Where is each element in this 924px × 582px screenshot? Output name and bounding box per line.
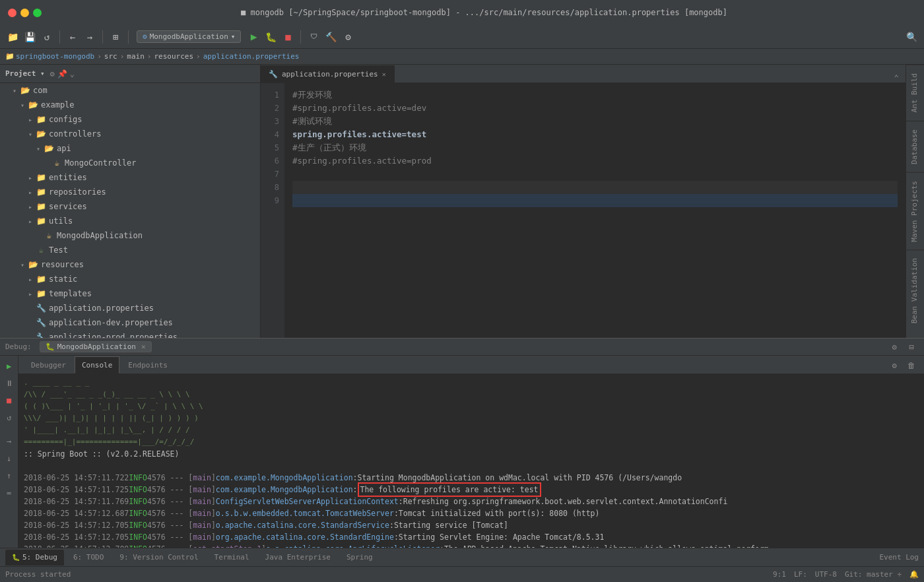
- rerun-icon[interactable]: ↺: [2, 410, 16, 425]
- back-btn[interactable]: ←: [65, 30, 80, 44]
- spring-banner-line-4: \\\/ ___)| |_)| | | | | || (_| | ) ) ) ): [24, 412, 919, 424]
- code-content[interactable]: #开发环境 #spring.profiles.active=dev #测试环境 …: [284, 83, 906, 338]
- debug-session-close[interactable]: ✕: [141, 342, 146, 351]
- tree-item-api[interactable]: ▾ 📂 api: [0, 141, 260, 156]
- tree-item-static[interactable]: ▸ 📁 static: [0, 272, 260, 286]
- tree-item-controllers[interactable]: ▾ 📂 controllers: [0, 127, 260, 141]
- tree-item-services[interactable]: ▸ 📁 services: [0, 199, 260, 214]
- tab-java-enterprise-label: Java Enterprise: [265, 553, 331, 562]
- tree-label-entities: entities: [49, 173, 87, 182]
- build-btn[interactable]: 🔨: [323, 30, 338, 44]
- close-button[interactable]: [8, 9, 16, 17]
- editor-tab-appprops[interactable]: 🔧 application.properties ✕: [261, 65, 395, 82]
- breadcrumb-text-0[interactable]: springboot-mongodb: [16, 52, 94, 61]
- tree-item-example[interactable]: ▾ 📂 example: [0, 98, 260, 112]
- view-btn[interactable]: ⊞: [108, 30, 123, 44]
- code-line-9[interactable]: [292, 194, 898, 207]
- project-panel-title[interactable]: Project ▾: [5, 69, 45, 78]
- debug-session[interactable]: 🐛 MongodbApplication ✕: [40, 341, 152, 352]
- tree-item-utils[interactable]: ▸ 📁 utils: [0, 214, 260, 228]
- step-over-icon[interactable]: →: [2, 434, 16, 449]
- editor-area: 🔧 application.properties ✕ ⌃ 1 2 3 4 5 6…: [261, 65, 906, 338]
- line-numbers: 1 2 3 4 5 6 7 8 9: [261, 83, 284, 338]
- ant-build-tab[interactable]: Ant Build: [906, 65, 924, 121]
- endpoints-tab[interactable]: Endpoints: [121, 356, 175, 373]
- tab-todo-label: 6: TODO: [73, 553, 104, 562]
- step-out-icon[interactable]: ↑: [2, 469, 16, 483]
- tree-label-com: com: [33, 86, 48, 95]
- console-tab[interactable]: Console: [75, 356, 119, 373]
- tab-todo[interactable]: 6: TODO: [67, 550, 110, 566]
- tree-item-test[interactable]: ▸ ☕ Test: [0, 243, 260, 257]
- tree-item-entities[interactable]: ▸ 📁 entities: [0, 170, 260, 185]
- debug-settings-icon[interactable]: ⚙: [887, 340, 902, 354]
- console-clear-icon[interactable]: 🗑: [904, 358, 919, 373]
- minimize-button[interactable]: [20, 9, 29, 17]
- database-tab[interactable]: Database: [906, 121, 924, 172]
- code-editor[interactable]: 1 2 3 4 5 6 7 8 9 #开发环境 #spring.profiles…: [261, 83, 906, 338]
- debugger-tab[interactable]: Debugger: [24, 356, 73, 373]
- tree-item-appprops[interactable]: ▸ 🔧 application.properties: [0, 301, 260, 315]
- code-line-8: [292, 181, 898, 194]
- tree-item-mongocontroller[interactable]: ▸ ☕ MongoController: [0, 156, 260, 170]
- tab-java-enterprise[interactable]: Java Enterprise: [259, 550, 337, 566]
- pause-icon[interactable]: ⏸: [2, 376, 16, 391]
- console-settings-icon[interactable]: ⚙: [887, 358, 902, 373]
- tree-item-repositories[interactable]: ▸ 📁 repositories: [0, 185, 260, 199]
- vcs-branch[interactable]: Git: master ÷: [845, 570, 902, 579]
- tree-item-appdevprops[interactable]: ▸ 🔧 application-dev.properties: [0, 315, 260, 330]
- breadcrumb-text-4[interactable]: application.properties: [203, 52, 300, 61]
- play-icon[interactable]: ▶: [2, 359, 16, 373]
- tree-item-resources[interactable]: ▾ 📂 resources: [0, 257, 260, 272]
- editor-scroll-top-btn[interactable]: ⌃: [887, 73, 906, 82]
- project-tree[interactable]: ▾ 📂 com ▾ 📂 example ▸ 📁 configs ▾ 📂 cont…: [0, 83, 260, 338]
- step-into-icon[interactable]: ↓: [2, 451, 16, 466]
- refresh-btn[interactable]: ↺: [40, 30, 54, 44]
- maximize-button[interactable]: [33, 9, 42, 17]
- tree-item-appprodprops[interactable]: ▸ 🔧 application-prod.properties: [0, 330, 260, 338]
- search-btn[interactable]: 🔍: [904, 30, 919, 44]
- spring-version-line: :: Spring Boot :: (v2.0.2.RELEASE): [24, 448, 919, 460]
- maven-tab[interactable]: Maven Projects: [906, 172, 924, 250]
- code-line-1: #开发环境: [292, 88, 898, 102]
- bean-validation-tab[interactable]: Bean Validation: [906, 249, 924, 331]
- settings-btn[interactable]: ⚙: [341, 30, 355, 44]
- notifications-icon[interactable]: 🔔: [909, 570, 919, 579]
- breadcrumb-item-0[interactable]: 📁: [5, 52, 15, 61]
- coverage-btn[interactable]: 🛡: [306, 30, 321, 44]
- tree-item-configs[interactable]: ▸ 📁 configs: [0, 112, 260, 127]
- tree-item-com[interactable]: ▾ 📂 com: [0, 83, 260, 98]
- stop-btn[interactable]: ■: [280, 30, 295, 44]
- tab-terminal[interactable]: Terminal: [208, 550, 256, 566]
- run-config-selector[interactable]: ⚙ MongodbApplication ▾: [137, 30, 241, 43]
- chevron-down-icon[interactable]: ⌄: [70, 69, 75, 79]
- breadcrumb-text-1[interactable]: src: [104, 52, 117, 61]
- eval-icon[interactable]: =: [2, 486, 16, 500]
- tree-item-templates[interactable]: ▸ 📁 templates: [0, 286, 260, 301]
- open-folder-btn[interactable]: 📁: [5, 30, 20, 44]
- save-btn[interactable]: 💾: [22, 30, 37, 44]
- debug-minimize-icon[interactable]: ⊟: [904, 340, 919, 354]
- debug-button[interactable]: 🐛: [263, 30, 278, 44]
- breadcrumb-text-3[interactable]: resources: [154, 52, 193, 61]
- breadcrumb-text-2[interactable]: main: [127, 52, 145, 61]
- stop-icon[interactable]: ■: [2, 393, 16, 408]
- pin-icon[interactable]: 📌: [57, 69, 67, 79]
- run-button[interactable]: ▶: [246, 30, 261, 44]
- gear-icon[interactable]: ⚙: [50, 69, 55, 79]
- event-log-btn[interactable]: Event Log: [879, 553, 919, 562]
- log-line-5: 2018-06-25 14:57:12.705 INFO 4576 --- [ …: [24, 519, 919, 531]
- spring-version-text: :: Spring Boot :: (v2.0.2.RELEASE): [24, 448, 179, 460]
- tab-close-icon[interactable]: ✕: [382, 71, 386, 78]
- tab-spring[interactable]: Spring: [340, 550, 380, 566]
- cursor-position[interactable]: 9:1: [773, 570, 786, 579]
- tree-label-resources: resources: [41, 260, 84, 269]
- forward-btn[interactable]: →: [82, 30, 97, 44]
- toolbar-separator-1: [59, 30, 60, 44]
- tab-version-control[interactable]: 9: Version Control: [113, 550, 205, 566]
- tab-debug[interactable]: 🐛 5: Debug: [5, 550, 64, 566]
- log-line-3: 2018-06-25 14:57:11.769 INFO 4576 --- [ …: [24, 496, 919, 507]
- encoding[interactable]: UTF-8: [815, 570, 837, 579]
- line-ending[interactable]: LF:: [794, 570, 807, 579]
- tree-item-mongodbapp[interactable]: ▸ ☕ MongodbApplication: [0, 228, 260, 243]
